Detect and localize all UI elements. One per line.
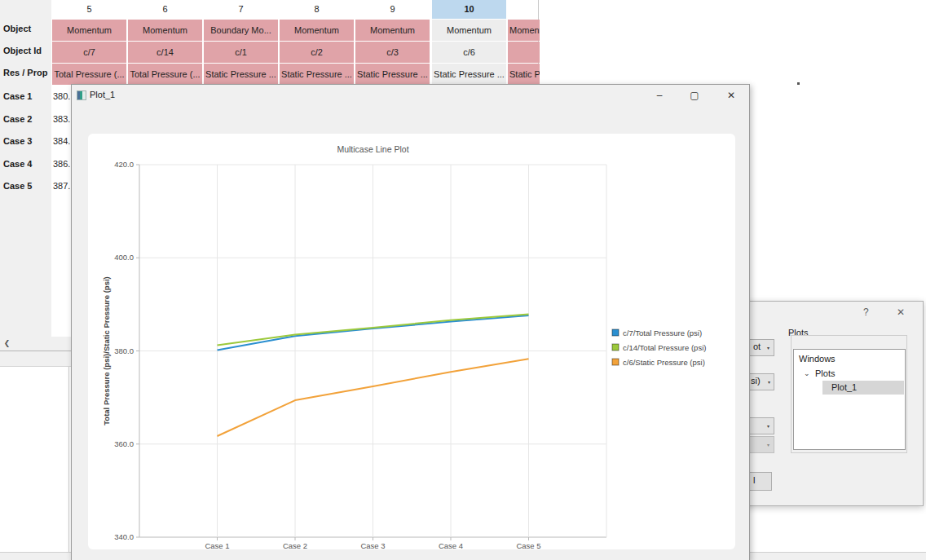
y-axis-label: Total Pressure (psi)/Static Pressure (ps… — [102, 276, 111, 426]
y-tick-label: 380.0 — [114, 346, 134, 355]
legend-swatch[interactable] — [612, 344, 619, 351]
bottom-window-edge-left — [0, 552, 71, 560]
screen: ObjectObject IdRes / PropCase 1Case 2Cas… — [0, 0, 926, 560]
y-tick-label: 360.0 — [114, 439, 134, 448]
object-cell[interactable]: Momentum — [508, 20, 540, 41]
res-prop-cell[interactable]: Total Pressure (... — [52, 64, 126, 85]
scroll-left-arrow-icon[interactable]: ❮ — [0, 337, 14, 351]
x-tick-label: Case 4 — [439, 541, 463, 549]
plot-window-titlebar[interactable]: Plot_1 – ▢ ✕ — [72, 85, 749, 106]
object-cell[interactable]: Momentum — [128, 20, 202, 41]
column-number-header[interactable]: 6 — [128, 0, 202, 19]
case-value-cell[interactable]: 380. — [53, 91, 70, 101]
tree-item-plot-1[interactable]: Plot_1 — [831, 382, 857, 392]
x-tick-label: Case 1 — [205, 541, 229, 549]
legend-label[interactable]: c/14/Total Pressure (psi) — [623, 343, 706, 352]
legend-label[interactable]: c/7/Total Pressure (psi) — [623, 329, 702, 337]
minimize-button[interactable]: – — [647, 88, 672, 103]
line-chart: 420.0400.0380.0360.0340.0Case 1Case 2Cas… — [88, 134, 735, 549]
legend-swatch[interactable] — [612, 359, 619, 365]
bottom-window-edge-right — [748, 552, 926, 560]
case-value-cell[interactable]: 387. — [53, 181, 70, 191]
x-tick-label: Case 2 — [283, 541, 307, 549]
chart-canvas: 420.0400.0380.0360.0340.0Case 1Case 2Cas… — [88, 134, 735, 549]
tree-item-windows[interactable]: Windows — [799, 354, 836, 364]
column-number-header[interactable]: 8 — [280, 0, 354, 19]
object-id-cell[interactable]: c/3 — [355, 42, 430, 63]
row-header[interactable]: Object — [3, 24, 31, 33]
object-id-cell[interactable] — [508, 42, 540, 63]
res-prop-cell[interactable]: Static Pressure ... — [355, 64, 430, 85]
object-id-cell[interactable]: c/7 — [52, 42, 126, 63]
chart-title: Multicase Line Plot — [337, 144, 408, 154]
column-number-header[interactable]: 5 — [52, 0, 126, 19]
case-value-cell[interactable]: 384. — [53, 136, 70, 146]
object-cell[interactable]: Boundary Mo... — [204, 20, 278, 41]
object-id-cell[interactable]: c/2 — [280, 42, 354, 63]
case-row-header[interactable]: Case 1 — [3, 91, 32, 101]
row-header[interactable]: Object Id — [3, 46, 42, 55]
column-number-header[interactable]: 10 — [432, 0, 506, 19]
object-id-cell[interactable]: c/1 — [204, 42, 278, 63]
dialog-help-button[interactable]: ? — [863, 306, 869, 318]
object-id-cell[interactable]: c/14 — [128, 42, 202, 63]
chevron-down-icon: ▾ — [767, 345, 769, 351]
column-number-header[interactable]: 9 — [355, 0, 430, 19]
plots-dialog: ? ✕ ot ▾ si) ▾ ▾ ▾ l Plots Windows ⌄ Plo… — [738, 301, 924, 506]
y-tick-label: 340.0 — [114, 532, 134, 541]
res-prop-cell[interactable]: Total Pressure (... — [128, 64, 202, 85]
plots-tree: Windows ⌄ Plots Plot_1 — [793, 349, 906, 450]
x-tick-label: Case 5 — [516, 541, 540, 549]
chevron-down-icon: ▾ — [768, 379, 770, 385]
case-row-header[interactable]: Case 3 — [3, 136, 32, 146]
object-cell[interactable]: Momentum — [355, 20, 430, 41]
artifact-dot — [797, 82, 800, 85]
left-empty-panel — [0, 367, 69, 552]
res-prop-cell[interactable]: Static Pressure ... — [204, 64, 278, 85]
case-value-cell[interactable]: 386. — [53, 159, 70, 169]
y-tick-label: 400.0 — [114, 253, 134, 262]
case-row-header[interactable]: Case 4 — [3, 159, 32, 169]
object-id-cell[interactable]: c/6 — [432, 42, 506, 63]
column-number-header[interactable]: 7 — [204, 0, 278, 19]
plot-window-title: Plot_1 — [90, 90, 115, 99]
x-tick-label: Case 3 — [360, 541, 385, 549]
res-prop-cell[interactable]: Static Pressure ... — [432, 64, 506, 85]
res-prop-cell[interactable]: Static Pressure ... — [280, 64, 354, 85]
y-tick-label: 420.0 — [114, 160, 134, 169]
plot-window: Plot_1 – ▢ ✕ 420.0400.0380.0360.0340.0Ca… — [71, 84, 750, 560]
plot-app-icon — [77, 90, 86, 100]
row-header[interactable]: Res / Prop — [3, 68, 47, 77]
legend-label[interactable]: c/6/Static Pressure (psi) — [623, 358, 705, 367]
maximize-button[interactable]: ▢ — [682, 88, 707, 103]
chevron-down-icon: ▾ — [767, 423, 769, 429]
tree-item-plots[interactable]: Plots — [815, 368, 835, 378]
object-cell[interactable]: Momentum — [432, 20, 506, 41]
case-row-header[interactable]: Case 2 — [3, 114, 32, 124]
button-text: l — [753, 475, 755, 485]
case-value-cell[interactable]: 383. — [53, 114, 70, 124]
close-button[interactable]: ✕ — [719, 88, 743, 103]
combobox-text: ot — [753, 342, 761, 351]
dialog-close-button[interactable]: ✕ — [897, 306, 905, 318]
object-cell[interactable]: Momentum — [280, 20, 354, 41]
res-prop-cell[interactable]: Static Pressure ... — [508, 64, 540, 85]
combobox-text: si) — [751, 376, 761, 386]
legend-swatch[interactable] — [612, 329, 619, 336]
row-header-column: ObjectObject IdRes / PropCase 1Case 2Cas… — [0, 0, 51, 351]
case-row-header[interactable]: Case 5 — [3, 181, 32, 191]
chevron-down-icon: ▾ — [767, 442, 769, 448]
object-cell[interactable]: Momentum — [52, 20, 126, 41]
chevron-down-icon[interactable]: ⌄ — [804, 369, 810, 377]
